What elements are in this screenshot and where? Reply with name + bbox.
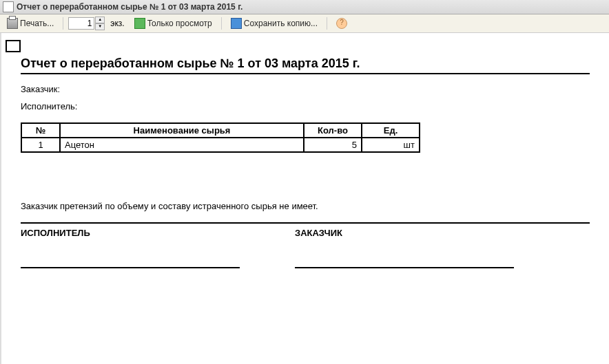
document-title: Отчет о переработанном сырье № 1 от 03 м… [21, 56, 590, 74]
header-unit: Ед. [362, 123, 420, 138]
customer-signature-block: ЗАКАЗЧИК [295, 228, 514, 268]
materials-table: № Наименование сырья Кол-во Ед. 1 Ацетон… [21, 122, 420, 153]
copies-input[interactable] [68, 17, 94, 30]
document-icon [3, 1, 14, 12]
claim-text: Заказчик претензий по объему и составу и… [21, 201, 590, 211]
document-body: Отчет о переработанном сырье № 1 от 03 м… [1, 56, 609, 282]
executor-signature-label: ИСПОЛНИТЕЛЬ [21, 228, 240, 238]
customer-label: Заказчик: [21, 84, 590, 94]
help-button[interactable]: ? [332, 16, 351, 31]
cell-name: Ацетон [60, 138, 304, 152]
help-icon: ? [336, 18, 347, 29]
header-qty: Кол-во [304, 123, 362, 138]
toolbar-separator [63, 17, 63, 30]
toolbar-separator [327, 17, 327, 30]
toolbar-separator [221, 17, 222, 30]
executor-signature-block: ИСПОЛНИТЕЛЬ [21, 228, 240, 268]
document-area: Отчет о переработанном сырье № 1 от 03 м… [0, 33, 609, 364]
header-no: № [21, 123, 60, 138]
save-copy-label: Сохранить копию... [244, 19, 318, 28]
save-copy-button[interactable]: Сохранить копию... [227, 16, 322, 31]
view-only-button[interactable]: Только просмотр [130, 16, 216, 31]
cell-qty: 5 [304, 138, 362, 152]
header-name: Наименование сырья [60, 123, 304, 138]
table-row: 1 Ацетон 5 шт [21, 138, 420, 152]
print-icon [7, 18, 18, 29]
window-titlebar: Отчет о переработанном сырье № 1 от 03 м… [0, 0, 609, 14]
copies-stepper[interactable]: ▲ ▼ [68, 17, 105, 30]
cell-no: 1 [21, 138, 60, 152]
customer-signature-line [295, 238, 514, 268]
signature-row: ИСПОЛНИТЕЛЬ ЗАКАЗЧИК [21, 222, 590, 268]
table-view-icon [134, 18, 145, 29]
window-title: Отчет о переработанном сырье № 1 от 03 м… [17, 2, 242, 12]
executor-signature-line [21, 238, 240, 268]
copies-down-button[interactable]: ▼ [95, 23, 105, 30]
cell-unit: шт [362, 138, 420, 152]
print-button[interactable]: Печать... [3, 16, 58, 31]
customer-signature-label: ЗАКАЗЧИК [295, 228, 514, 238]
save-icon [231, 18, 242, 29]
copies-unit-label: экз. [110, 19, 124, 28]
executor-label: Исполнитель: [21, 101, 590, 111]
selection-marker [6, 40, 21, 52]
table-header-row: № Наименование сырья Кол-во Ед. [21, 123, 420, 138]
copies-up-button[interactable]: ▲ [95, 17, 105, 23]
view-only-label: Только просмотр [147, 19, 212, 28]
print-label: Печать... [20, 19, 54, 28]
toolbar: Печать... ▲ ▼ экз. Только просмотр Сохра… [0, 14, 609, 33]
